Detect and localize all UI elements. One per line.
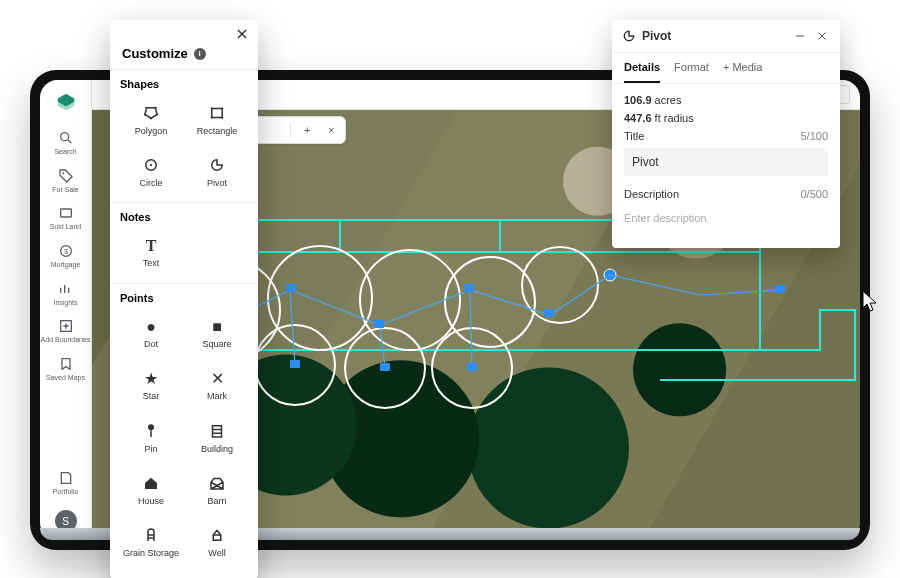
point-square[interactable]: ■ Square <box>186 310 248 358</box>
star-icon: ★ <box>144 371 158 387</box>
shape-label: Circle <box>139 178 162 188</box>
customize-title: Customize <box>122 46 188 61</box>
point-dot[interactable]: ● Dot <box>120 310 182 358</box>
point-well[interactable]: Well <box>186 518 248 566</box>
sidebar-label: Insights <box>40 299 91 307</box>
shape-label: Mark <box>207 391 227 401</box>
shape-label: Dot <box>144 339 158 349</box>
pin-icon <box>142 422 160 440</box>
pivot-details-panel: Pivot Details Format + Media 106.9 acres… <box>612 20 840 248</box>
shape-label: Pivot <box>207 178 227 188</box>
pivot-panel-title: Pivot <box>642 29 786 43</box>
svg-point-33 <box>150 117 152 119</box>
shape-polygon[interactable]: Polygon <box>120 96 182 144</box>
mark-icon: ✕ <box>211 371 224 387</box>
acres-value: 106.9 <box>624 94 652 106</box>
title-input[interactable]: Pivot <box>624 148 828 176</box>
shape-label: Grain Storage <box>123 548 179 558</box>
sidebar-item-insights[interactable]: Insights <box>40 275 91 313</box>
shape-label: Pin <box>144 444 157 454</box>
point-house[interactable]: House <box>120 466 182 514</box>
sidebar-label: For Sale <box>40 186 91 194</box>
well-icon <box>208 526 226 544</box>
sidebar-item-sold-land[interactable]: Sold Land <box>40 199 91 237</box>
plus-square-icon <box>58 318 74 334</box>
svg-point-21 <box>60 133 68 141</box>
sidebar-item-search[interactable]: Search <box>40 124 91 162</box>
point-mark[interactable]: ✕ Mark <box>186 362 248 410</box>
svg-point-40 <box>150 164 152 166</box>
close-customize-button[interactable] <box>234 26 250 42</box>
shape-label: Text <box>143 258 160 268</box>
sidebar-item-portfolio[interactable]: Portfolio <box>40 464 91 502</box>
building-icon <box>208 422 226 440</box>
save-icon <box>58 470 74 486</box>
shape-label: Star <box>143 391 160 401</box>
point-barn[interactable]: Barn <box>186 466 248 514</box>
tab-details[interactable]: Details <box>624 53 660 83</box>
svg-rect-43 <box>213 426 222 437</box>
shape-circle[interactable]: Circle <box>120 148 182 196</box>
house-icon <box>142 474 160 492</box>
sidebar-label: Add Boundaries <box>40 336 91 344</box>
minimize-button[interactable] <box>792 28 808 44</box>
svg-point-32 <box>144 113 146 115</box>
tab-format[interactable]: Format <box>674 53 709 83</box>
description-label: Description <box>624 188 679 200</box>
point-pin[interactable]: Pin <box>120 414 182 462</box>
description-input[interactable]: Enter description <box>624 206 828 238</box>
point-grain-storage[interactable]: Grain Storage <box>120 518 182 566</box>
svg-rect-24 <box>60 209 71 217</box>
rectangle-icon <box>208 104 226 122</box>
shape-label: Well <box>208 548 225 558</box>
svg-line-22 <box>68 140 71 143</box>
sidebar-label: Portfolio <box>40 488 91 496</box>
shape-label: Square <box>202 339 231 349</box>
close-icon <box>816 30 828 42</box>
sold-icon <box>58 205 74 221</box>
sidebar-item-add-boundaries[interactable]: Add Boundaries <box>40 312 91 350</box>
shape-pivot[interactable]: Pivot <box>186 148 248 196</box>
radius-value: 447.6 <box>624 112 652 124</box>
radius-unit: ft radius <box>655 112 694 124</box>
svg-point-37 <box>211 116 213 118</box>
info-icon[interactable]: i <box>194 48 206 60</box>
silo-icon <box>142 526 160 544</box>
add-shape-button[interactable]: + <box>299 122 315 138</box>
title-count: 5/100 <box>800 130 828 142</box>
svg-point-30 <box>154 107 156 109</box>
shape-label: Barn <box>207 496 226 506</box>
pivot-icon <box>622 29 636 43</box>
tab-media[interactable]: + Media <box>723 53 762 83</box>
notes-heading: Notes <box>120 211 248 223</box>
circle-icon <box>142 156 160 174</box>
svg-point-31 <box>156 113 158 115</box>
search-icon <box>58 130 74 146</box>
svg-rect-46 <box>213 535 221 540</box>
dollar-icon: $ <box>58 243 74 259</box>
sidebar-label: Mortgage <box>40 261 91 269</box>
sidebar-item-for-sale[interactable]: For Sale <box>40 162 91 200</box>
point-building[interactable]: Building <box>186 414 248 462</box>
note-text[interactable]: T Text <box>120 229 182 277</box>
acres-unit: acres <box>655 94 682 106</box>
description-count: 0/500 <box>800 188 828 200</box>
customize-panel: Customize i Shapes Polygon Rectangle Cir… <box>110 20 258 578</box>
minimize-icon <box>794 30 806 42</box>
text-icon: T <box>146 238 157 254</box>
svg-rect-34 <box>212 109 223 118</box>
close-icon <box>235 27 249 41</box>
app-logo <box>55 92 77 114</box>
shape-label: Building <box>201 444 233 454</box>
svg-point-38 <box>221 116 223 118</box>
point-star[interactable]: ★ Star <box>120 362 182 410</box>
sidebar-item-mortgage[interactable]: $ Mortgage <box>40 237 91 275</box>
shape-rectangle[interactable]: Rectangle <box>186 96 248 144</box>
svg-point-23 <box>62 172 64 174</box>
left-sidebar: Search For Sale Sold Land $ Mortgage Ins… <box>40 80 92 540</box>
sidebar-item-saved-maps[interactable]: Saved Maps <box>40 350 91 388</box>
svg-point-36 <box>221 107 223 109</box>
polygon-icon <box>142 104 160 122</box>
close-shape-button[interactable]: × <box>323 122 339 138</box>
close-pivot-button[interactable] <box>814 28 830 44</box>
